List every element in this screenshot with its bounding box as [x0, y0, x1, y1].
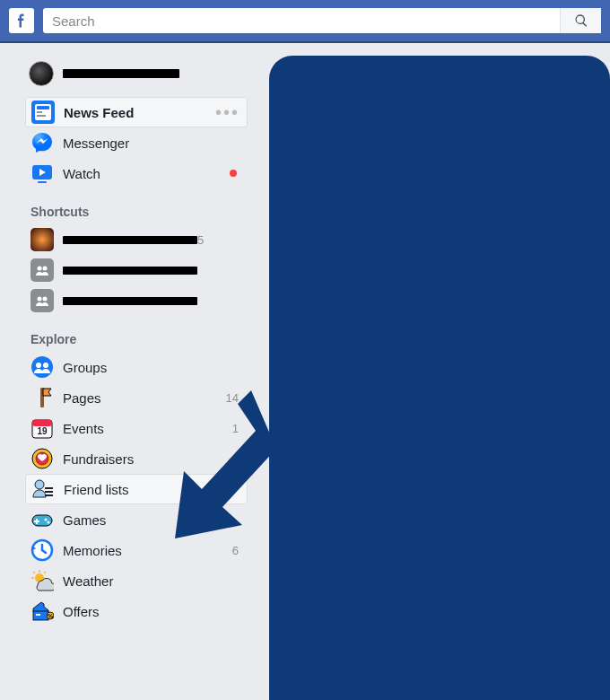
events-icon: 19 — [30, 416, 54, 440]
watch-icon — [30, 162, 54, 185]
svg-rect-2 — [37, 106, 49, 109]
search-button[interactable] — [560, 8, 601, 33]
pages-icon — [30, 386, 54, 409]
profile-name-redacted — [63, 69, 179, 78]
svg-point-20 — [35, 480, 44, 489]
profile-link[interactable] — [25, 56, 248, 92]
shortcut-label-redacted — [63, 236, 197, 244]
svg-rect-26 — [34, 521, 39, 522]
nav-label: Offers — [63, 604, 242, 619]
nav-pages[interactable]: Pages 14 — [25, 382, 248, 413]
nav-offers[interactable]: % Offers — [25, 596, 248, 626]
nav-label: Messenger — [63, 136, 242, 151]
nav-label: Weather — [63, 573, 242, 589]
shortcut-label-redacted — [63, 297, 197, 305]
nav-friend-lists[interactable]: Friend lists — [25, 474, 248, 504]
nav-games[interactable]: Games — [25, 504, 248, 535]
nav-label: Fundraisers — [63, 451, 242, 467]
svg-text:%: % — [48, 613, 54, 619]
offers-icon: % — [30, 599, 54, 623]
shortcut-label-redacted — [63, 267, 197, 275]
weather-icon — [30, 569, 54, 592]
svg-point-27 — [45, 519, 48, 521]
nav-news-feed[interactable]: News Feed ••• — [25, 97, 248, 127]
search-icon — [574, 13, 588, 28]
shortcut-count: 5 — [197, 233, 204, 247]
messenger-icon — [30, 131, 54, 154]
svg-rect-6 — [38, 181, 47, 183]
avatar — [29, 61, 54, 86]
nav-weather[interactable]: Weather — [25, 565, 248, 596]
nav-label: Groups — [63, 360, 242, 375]
svg-line-33 — [33, 572, 35, 573]
svg-rect-35 — [33, 611, 48, 620]
nav-label: News Feed — [64, 105, 215, 120]
content-placeholder — [269, 56, 610, 700]
left-sidebar: News Feed ••• Messenger Watch Shortcuts … — [25, 56, 248, 700]
nav-groups[interactable]: Groups — [25, 352, 248, 382]
svg-point-28 — [48, 521, 50, 524]
nav-memories[interactable]: Memories 6 — [25, 535, 248, 565]
facebook-logo[interactable] — [9, 8, 34, 33]
nav-label: Pages — [63, 390, 226, 406]
svg-rect-16 — [32, 420, 52, 426]
nav-count: 14 — [226, 391, 239, 405]
shortcut-item[interactable] — [25, 255, 248, 285]
nav-events[interactable]: 19 Events 1 — [25, 413, 248, 443]
svg-point-10 — [43, 297, 48, 302]
shortcut-group-icon — [30, 258, 54, 282]
search-wrap — [43, 8, 601, 33]
svg-rect-23 — [45, 494, 53, 496]
svg-rect-21 — [45, 487, 53, 489]
explore-header: Explore — [25, 316, 248, 352]
shortcut-item[interactable] — [25, 285, 248, 316]
search-input[interactable] — [43, 8, 601, 33]
svg-rect-3 — [37, 111, 42, 113]
nav-label: Events — [63, 421, 232, 436]
shortcut-item[interactable]: 5 — [25, 224, 248, 255]
nav-fundraisers[interactable]: Fundraisers — [25, 443, 248, 474]
svg-point-11 — [31, 356, 53, 378]
friend-lists-icon — [31, 477, 55, 501]
nav-messenger[interactable]: Messenger — [25, 127, 248, 158]
svg-rect-4 — [37, 115, 46, 117]
nav-watch[interactable]: Watch — [25, 158, 248, 188]
more-options-icon[interactable]: ••• — [215, 103, 240, 121]
groups-icon — [30, 355, 54, 379]
shortcut-group-icon — [30, 228, 54, 251]
nav-count: 1 — [232, 422, 239, 435]
games-icon — [30, 508, 54, 531]
nav-label: Memories — [63, 543, 232, 558]
svg-point-9 — [38, 297, 42, 302]
notification-dot-icon — [230, 170, 237, 177]
svg-line-34 — [44, 572, 46, 573]
shortcut-group-icon — [30, 289, 54, 312]
memories-icon — [30, 538, 54, 562]
news-feed-icon — [31, 101, 55, 124]
svg-rect-36 — [36, 614, 40, 616]
svg-point-8 — [43, 267, 48, 271]
shortcuts-header: Shortcuts — [25, 188, 248, 224]
nav-label: Games — [63, 512, 242, 528]
fundraisers-icon — [30, 447, 54, 470]
facebook-f-icon — [13, 12, 30, 30]
nav-count: 6 — [232, 544, 239, 557]
svg-rect-22 — [45, 491, 53, 493]
svg-point-7 — [38, 267, 42, 271]
svg-point-12 — [36, 363, 41, 368]
top-bar — [0, 0, 610, 43]
svg-point-13 — [43, 363, 48, 368]
nav-label: Watch — [63, 166, 230, 181]
main-content — [269, 56, 610, 700]
nav-label: Friend lists — [64, 482, 241, 497]
svg-text:19: 19 — [37, 426, 48, 436]
